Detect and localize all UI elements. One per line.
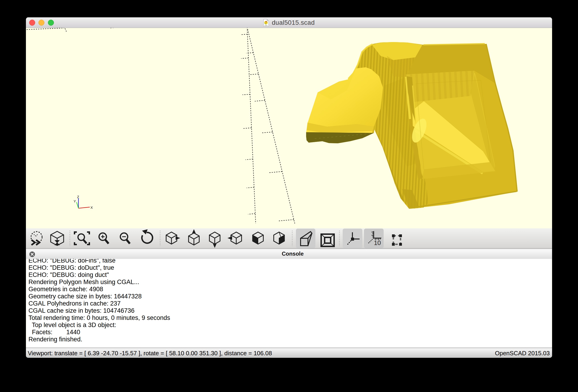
svg-text:Y: Y (74, 199, 76, 203)
svg-text:10: 10 (374, 239, 381, 246)
svg-text:X: X (91, 205, 93, 209)
svg-text:SCAD: SCAD (264, 25, 267, 26)
svg-text:Z: Z (77, 195, 79, 199)
